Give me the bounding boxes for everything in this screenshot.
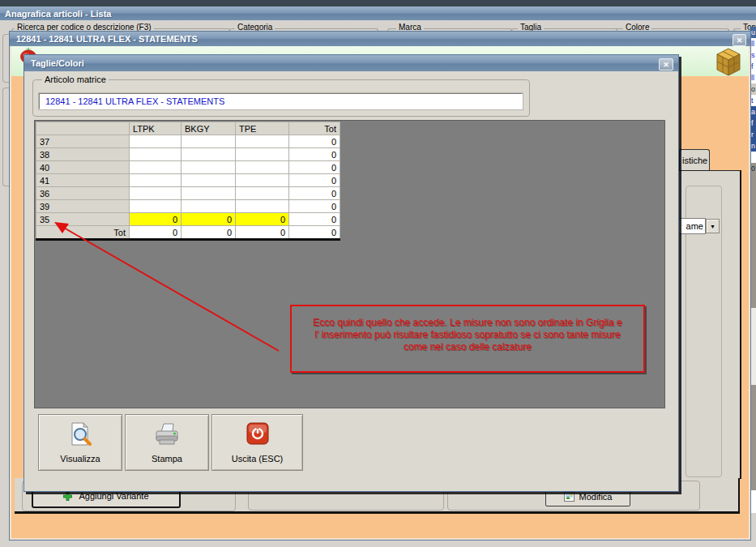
annotation-text: Ecco quindi quello che accede. Le misure… (313, 317, 622, 353)
list-gray-block (750, 385, 756, 490)
list-cell: o (750, 83, 756, 95)
articolo-matrice-label: Articolo matrice (42, 75, 109, 84)
app-titlebar: Anagrafica articoli - Lista (0, 6, 756, 20)
list-white-block (750, 308, 756, 385)
list-cell: u (750, 27, 756, 38)
article-window-close-button[interactable]: ✕ (733, 34, 746, 46)
list-cell: f (750, 61, 756, 72)
plus-icon (63, 492, 72, 501)
articolo-matrice-value: 12841 - 12841 ULTRA FLEX - STATEMENTS (45, 96, 224, 106)
printer-icon (153, 422, 181, 447)
visualizza-button[interactable]: Visualizza (38, 414, 122, 471)
list-cell: 0 (750, 163, 756, 174)
uscita-button[interactable]: Uscita (ESC) (211, 414, 303, 471)
matrix-panel: LTPK BKGY TPE Tot 37 0 38 0 40 0 41 (34, 120, 665, 408)
list-cell: s (750, 49, 756, 61)
package-icon[interactable] (716, 48, 741, 77)
add-variant-label: Aggiungi Variante (79, 491, 148, 501)
chevron-down-icon: ▼ (710, 224, 715, 229)
article-window-title: 12841 - 12841 ULTRA FLEX - STATEMENTS (16, 34, 198, 44)
list-selected-cell: r (750, 129, 756, 140)
power-exit-icon (246, 422, 269, 445)
dialog-title: Taglie/Colori (31, 58, 84, 68)
annotation-box: Ecco quindi quello che accede. Le misure… (290, 305, 645, 373)
stampa-label: Stampa (152, 454, 182, 464)
list-selected-cell: a (750, 106, 756, 118)
combo-dropdown-button[interactable]: ▼ (706, 219, 720, 233)
list-cell: ll (750, 38, 756, 49)
list-cell: t (750, 95, 756, 106)
modify-label: Modifica (579, 492, 613, 502)
app-title: Anagrafica articoli - Lista (5, 9, 111, 19)
list-gray-block (750, 174, 756, 308)
list-selected-cell: n (750, 140, 756, 152)
desktop-top-strip (0, 0, 756, 6)
tab-label: istiche (682, 156, 707, 165)
stampa-button[interactable]: Stampa (125, 414, 209, 471)
combo-value: ame (686, 221, 703, 231)
articolo-matrice-field[interactable]: 12841 - 12841 ULTRA FLEX - STATEMENTS (39, 93, 523, 109)
article-window-titlebar: 12841 - 12841 ULTRA FLEX - STATEMENTS (10, 32, 750, 46)
filter-row: Ricerca per codice o descrizione (F3) Ca… (0, 20, 756, 31)
edit-icon (564, 492, 574, 502)
dialog-titlebar: Taglie/Colori (24, 55, 678, 71)
list-cell (750, 152, 756, 163)
taglie-colori-dialog: Taglie/Colori ✕ Articolo matrice 12841 -… (23, 54, 679, 492)
list-selected-cell: f (750, 118, 756, 129)
list-cell: ll (750, 72, 756, 83)
dialog-close-button[interactable]: ✕ (659, 58, 673, 71)
uscita-label: Uscita (ESC) (232, 454, 284, 464)
visualizza-label: Visualizza (60, 454, 100, 464)
tab-caratteristiche[interactable]: istiche (679, 149, 710, 170)
preview-icon (68, 422, 92, 447)
